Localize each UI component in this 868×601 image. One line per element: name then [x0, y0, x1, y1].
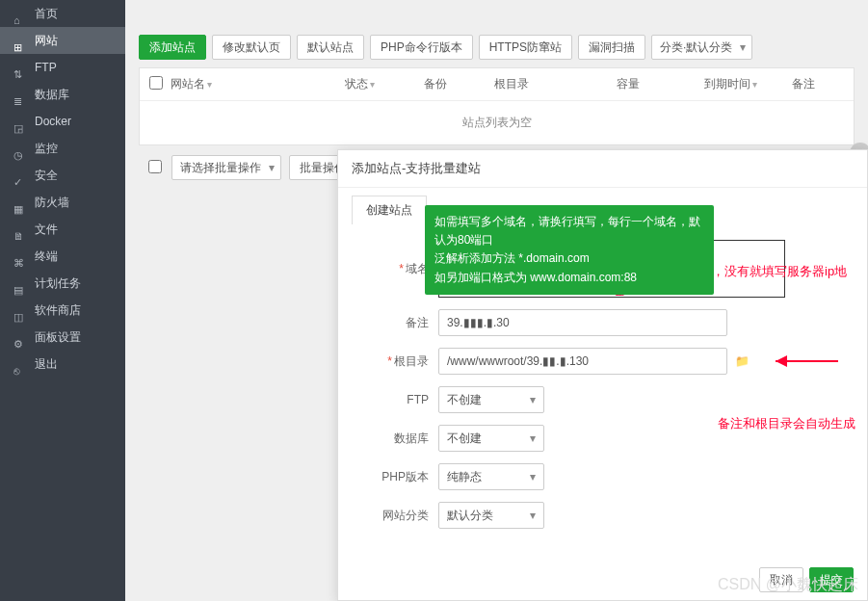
sidebar-item-monitor[interactable]: ◷监控: [0, 135, 125, 162]
logout-icon: ⎋: [13, 357, 27, 371]
chevron-down-icon: ▾: [752, 79, 757, 90]
sidebar-item-logout[interactable]: ⎋退出: [0, 351, 125, 378]
domain-tooltip: 如需填写多个域名，请换行填写，每行一个域名，默认为80端口 泛解析添加方法 *.…: [425, 205, 714, 295]
sidebar-item-label: 首页: [35, 0, 58, 27]
cancel-button[interactable]: 取消: [759, 567, 803, 592]
php-cli-button[interactable]: PHP命令行版本: [370, 35, 473, 60]
batch-select[interactable]: 请选择批量操作: [171, 155, 281, 180]
sidebar-item-label: 软件商店: [35, 297, 81, 324]
empty-state: 站点列表为空: [140, 101, 854, 144]
sidebar-item-store[interactable]: ◫软件商店: [0, 297, 125, 324]
col-expire[interactable]: 到期时间▾: [704, 76, 792, 92]
docker-icon: ◲: [13, 115, 27, 128]
sidebar-item-label: 退出: [35, 351, 58, 378]
firewall-icon: ▦: [13, 196, 27, 209]
sidebar-item-label: 终端: [35, 243, 58, 270]
add-site-modal: 添加站点-支持批量建站 创建站点 如需填写多个域名，请换行填写，每行一个域名，默…: [337, 149, 868, 601]
root-label: *根目录: [361, 353, 438, 370]
sidebar-item-label: 网站: [35, 27, 58, 54]
home-icon: ⌂: [13, 7, 27, 20]
remark-label: 备注: [361, 315, 438, 331]
col-remark: 备注: [792, 76, 844, 92]
sidebar-item-label: 监控: [35, 135, 58, 162]
modal-title: 添加站点-支持批量建站: [338, 150, 867, 188]
https-button[interactable]: HTTPS防窜站: [479, 35, 572, 60]
default-page-button[interactable]: 修改默认页: [212, 35, 291, 60]
col-status[interactable]: 状态▾: [345, 76, 424, 92]
sidebar-item-label: 数据库: [35, 81, 69, 108]
submit-button[interactable]: 提交: [809, 567, 854, 592]
monitor-icon: ◷: [13, 142, 27, 155]
sidebar-item-label: 面板设置: [35, 324, 81, 351]
database-icon: ≣: [13, 88, 27, 101]
ftp-select[interactable]: 不创建: [438, 386, 544, 413]
php-select[interactable]: 纯静态: [438, 463, 544, 490]
root-input[interactable]: [438, 348, 727, 375]
terminal-icon: ⌘: [13, 249, 27, 263]
php-label: PHP版本: [361, 469, 438, 485]
sidebar-item-label: Docker: [35, 108, 71, 135]
sidebar-item-firewall[interactable]: ▦防火墙: [0, 189, 125, 216]
sidebar-item-cron[interactable]: ▤计划任务: [0, 270, 125, 297]
sidebar-item-label: 文件: [35, 216, 58, 243]
sidebar-item-label: 防火墙: [35, 189, 69, 216]
sidebar-item-ftp[interactable]: ⇅FTP: [0, 54, 125, 81]
sidebar-item-website[interactable]: ⊞网站: [0, 27, 125, 54]
sidebar-item-terminal[interactable]: ⌘终端: [0, 243, 125, 270]
folder-icon[interactable]: 📁: [735, 354, 750, 368]
cat-label: 网站分类: [361, 508, 438, 524]
col-root: 根目录: [494, 76, 617, 92]
shield-icon: ✓: [13, 169, 27, 182]
tab-create-site[interactable]: 创建站点: [352, 196, 427, 224]
col-name[interactable]: 网站名▾: [171, 76, 346, 92]
annotation-2: 备注和根目录会自动生成: [718, 414, 862, 434]
sidebar-item-security[interactable]: ✓安全: [0, 162, 125, 189]
gear-icon: ⚙: [13, 330, 27, 344]
website-icon: ⊞: [13, 34, 27, 47]
sidebar: ⌂首页 ⊞网站 ⇅FTP ≣数据库 ◲Docker ◷监控 ✓安全 ▦防火墙 🗎…: [0, 0, 125, 601]
category-select[interactable]: 分类·默认分类: [651, 35, 752, 60]
ftp-icon: ⇅: [13, 61, 27, 74]
sidebar-item-database[interactable]: ≣数据库: [0, 81, 125, 108]
file-icon: 🗎: [13, 222, 27, 236]
db-label: 数据库: [361, 431, 438, 447]
add-site-button[interactable]: 添加站点: [139, 35, 206, 60]
sidebar-item-label: 计划任务: [35, 270, 81, 297]
cat-select[interactable]: 默认分类: [438, 502, 544, 529]
batch-checkbox[interactable]: [148, 160, 162, 173]
table-header: 网站名▾ 状态▾ 备份 根目录 容量 到期时间▾ 备注: [140, 68, 854, 101]
select-all-checkbox[interactable]: [149, 76, 163, 90]
cron-icon: ▤: [13, 276, 27, 290]
scan-button[interactable]: 漏洞扫描: [578, 35, 645, 60]
chevron-down-icon: ▾: [207, 79, 212, 90]
col-backup: 备份: [424, 76, 494, 92]
sidebar-item-label: FTP: [35, 54, 57, 81]
ftp-label: FTP: [361, 393, 438, 406]
db-select[interactable]: 不创建: [438, 425, 544, 452]
store-icon: ◫: [13, 303, 27, 317]
sidebar-item-settings[interactable]: ⚙面板设置: [0, 324, 125, 351]
default-site-button[interactable]: 默认站点: [297, 35, 364, 60]
toolbar: 添加站点 修改默认页 默认站点 PHP命令行版本 HTTPS防窜站 漏洞扫描 分…: [139, 35, 855, 60]
sidebar-item-docker[interactable]: ◲Docker: [0, 108, 125, 135]
sidebar-item-files[interactable]: 🗎文件: [0, 216, 125, 243]
chevron-down-icon: ▾: [370, 79, 375, 90]
site-table: 网站名▾ 状态▾ 备份 根目录 容量 到期时间▾ 备注 站点列表为空: [139, 67, 855, 145]
sidebar-item-home[interactable]: ⌂首页: [0, 0, 125, 27]
remark-input[interactable]: [438, 309, 727, 336]
col-capacity: 容量: [617, 76, 704, 92]
sidebar-item-label: 安全: [35, 162, 58, 189]
